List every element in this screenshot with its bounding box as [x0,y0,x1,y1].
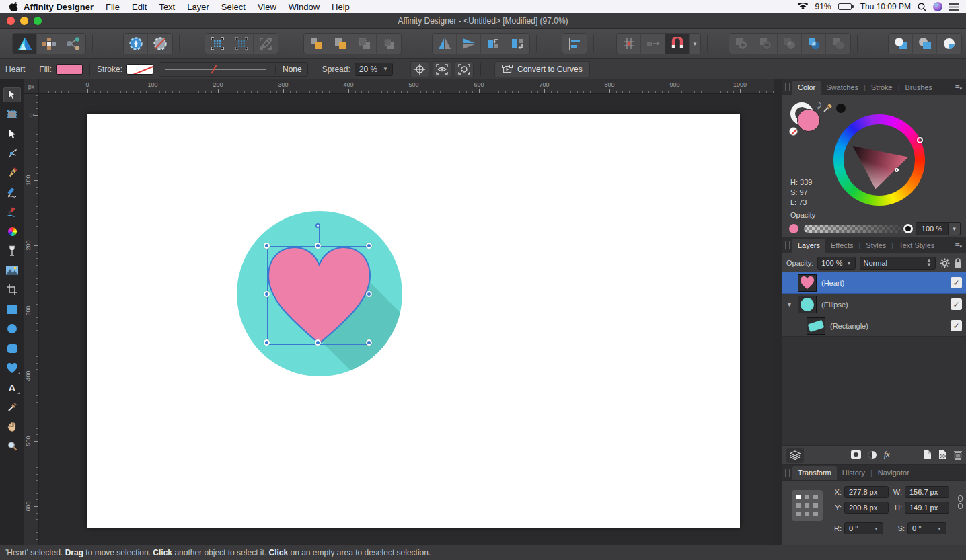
menu-select[interactable]: Select [221,2,246,12]
close-window-button[interactable] [7,17,15,25]
panel-divider[interactable] [774,79,782,545]
ruler-units-label[interactable]: px [24,79,39,94]
move-by-whole-pixels-button[interactable] [641,34,665,54]
pencil-tool[interactable] [3,185,21,200]
pen-tool[interactable] [3,165,21,180]
rotate-clockwise-button[interactable] [505,34,529,54]
selection-handle-mid-right[interactable] [366,291,372,297]
point-transform-tool[interactable] [3,146,21,161]
export-persona-button[interactable] [61,34,85,54]
menu-help[interactable]: Help [332,2,350,12]
transform-anchor-selector[interactable] [792,490,823,521]
selection-handle-bottom-left[interactable] [264,339,270,346]
flip-vertical-button[interactable] [457,34,481,54]
mask-layer-icon[interactable] [851,450,861,459]
layer-visibility-checkbox[interactable]: ✓ [951,298,962,310]
layers-stack-icon[interactable] [786,448,804,463]
saturation-lightness-marker[interactable] [895,168,899,172]
add-pixel-layer-icon[interactable] [938,450,947,460]
boolean-combine-button[interactable] [826,34,850,54]
artistic-text-tool[interactable]: A [3,380,21,395]
color-triangle[interactable] [848,130,911,192]
spread-dropdown[interactable]: 20 % ▼ [355,63,393,76]
flip-horizontal-button[interactable] [433,34,457,54]
tab-layers[interactable]: Layers [792,239,825,253]
boolean-add-button[interactable] [729,34,753,54]
lock-icon[interactable] [954,258,962,268]
menu-window[interactable]: Window [289,2,320,12]
boolean-intersect-button[interactable] [778,34,802,54]
delete-layer-trash-icon[interactable] [954,450,962,460]
menu-app-name[interactable]: Affinity Designer [24,2,94,12]
alignment-button[interactable] [562,34,587,54]
stroke-width-slider[interactable]: None [159,62,308,77]
colour-picker-tool[interactable] [3,399,21,414]
insert-behind-button[interactable] [889,34,913,54]
menu-layer[interactable]: Layer [187,2,209,12]
designer-persona-button[interactable] [13,34,37,54]
shear-dropdown[interactable]: 0 °▼ [907,522,946,534]
swap-fill-stroke-icon[interactable]: ⤸ [817,101,821,110]
layer-row-rectangle[interactable]: (Rectangle) ✓ [782,315,966,337]
tab-navigator[interactable]: Navigator [872,466,915,480]
snapping-magnet-button[interactable] [665,34,690,54]
boolean-divide-button[interactable] [802,34,826,54]
color-picker-icon[interactable] [823,102,833,113]
boolean-subtract-button[interactable] [753,34,778,54]
rosette-arrow-button[interactable] [124,34,148,54]
rotation-centre-button[interactable] [410,61,429,77]
place-image-tool[interactable] [3,263,21,278]
menu-edit[interactable]: Edit [132,2,147,12]
apple-menu-icon[interactable] [9,2,18,12]
snapping-dropdown-arrow[interactable]: ▼ [690,34,700,54]
opacity-dropdown-arrow[interactable]: ▼ [949,222,961,235]
menu-file[interactable]: File [106,2,120,12]
wifi-icon[interactable] [797,3,809,11]
rectangle-tool[interactable] [3,302,21,317]
move-backward-button[interactable] [352,34,377,54]
fill-gradient-tool[interactable] [3,224,21,239]
w-input[interactable]: 156.7 px [905,486,949,498]
rosette-slash-button[interactable] [148,34,172,54]
h-input[interactable]: 149.1 px [905,502,949,514]
notification-center-icon[interactable] [949,3,959,11]
tab-color[interactable]: Color [792,81,821,95]
selection-handle-bottom-center[interactable] [315,339,321,346]
move-to-back-button[interactable] [377,34,401,54]
stroke-color-swatch[interactable] [126,64,153,75]
canvas-viewport[interactable] [39,94,774,545]
horizontal-ruler[interactable]: 01002003004005006007008009001000 [39,79,774,94]
disclosure-triangle-icon[interactable]: ▼ [786,301,793,308]
insert-inside-button[interactable] [937,34,961,54]
deselect-grid-button[interactable] [229,34,254,54]
menu-view[interactable]: View [258,2,276,12]
tab-styles[interactable]: Styles [860,239,891,253]
color-panel-menu-icon[interactable]: ≡▾ [955,83,962,91]
x-input[interactable]: 277.8 px [844,486,889,498]
blend-mode-dropdown[interactable]: Normal▲▼ [860,257,936,270]
link-width-height-icon[interactable] [958,495,963,509]
move-to-front-button[interactable] [304,34,328,54]
y-input[interactable]: 200.8 px [844,502,889,514]
tab-text-styles[interactable]: Text Styles [893,239,940,253]
add-layer-icon[interactable] [923,450,932,460]
adjustment-layer-icon[interactable] [868,450,877,460]
tab-transform[interactable]: Transform [792,466,837,480]
fill-swatch-circle[interactable] [797,109,820,132]
panel-drag-handle[interactable] [785,241,790,249]
layers-opacity-dropdown[interactable]: 100 %▼ [817,257,855,270]
layer-visibility-checkbox[interactable]: ✓ [951,277,962,288]
view-hand-tool[interactable] [3,419,21,434]
zoom-tool[interactable] [3,438,21,453]
selection-handle-top-left[interactable] [264,243,270,249]
node-tool[interactable] [3,126,21,141]
vertical-ruler[interactable]: 0100200300400500600 [24,94,39,545]
picked-color-dot[interactable] [836,104,846,113]
tab-swatches[interactable]: Swatches [821,81,864,95]
color-wheel[interactable] [833,114,925,206]
opacity-value[interactable]: 100 % [916,222,949,235]
move-forward-button[interactable] [328,34,352,54]
layer-effects-fx-icon[interactable]: fx [884,450,890,460]
document-page[interactable] [87,114,740,528]
hide-selection-while-dragging-button[interactable] [433,61,451,77]
